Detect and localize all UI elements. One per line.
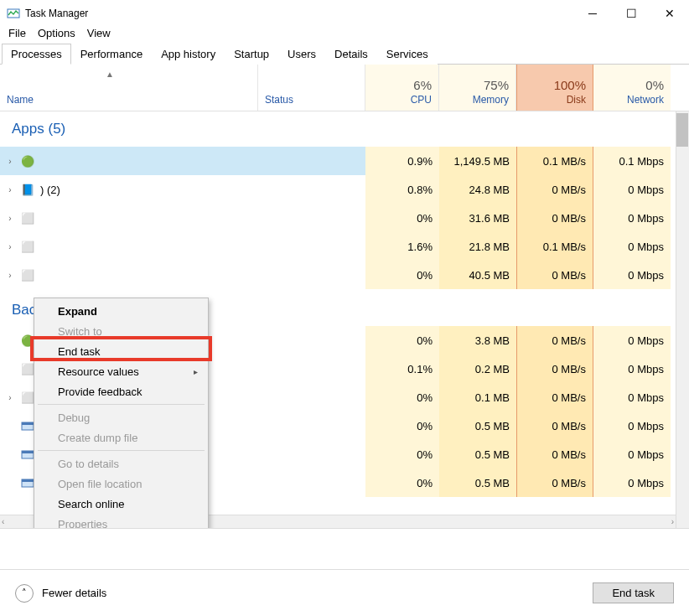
expand-icon[interactable]: › bbox=[5, 393, 15, 402]
process-name: ) (2) bbox=[40, 184, 60, 196]
fewer-details-button[interactable]: ˄ Fewer details bbox=[15, 584, 106, 603]
network-percent: 0% bbox=[645, 78, 664, 92]
status-cell bbox=[258, 147, 365, 175]
expand-icon[interactable]: › bbox=[5, 242, 15, 251]
status-cell bbox=[258, 261, 365, 289]
cpu-cell: 1.6% bbox=[365, 232, 439, 261]
network-label: Network bbox=[627, 94, 664, 106]
table-row[interactable]: ›⬜ 0% 40.5 MB 0 MB/s 0 Mbps bbox=[0, 261, 676, 289]
minimize-button[interactable]: ─ bbox=[573, 0, 612, 27]
net-cell: 0 Mbps bbox=[593, 383, 671, 412]
ctx-provide-feedback[interactable]: Provide feedback bbox=[36, 381, 206, 401]
tab-performance[interactable]: Performance bbox=[71, 44, 152, 65]
status-cell bbox=[258, 355, 365, 383]
expand-icon[interactable]: › bbox=[5, 185, 15, 194]
chevron-up-icon: ˄ bbox=[15, 584, 34, 603]
net-cell: 0 Mbps bbox=[593, 355, 671, 383]
ctx-go-to-details: Go to details bbox=[36, 453, 206, 474]
close-button[interactable]: ✕ bbox=[650, 0, 689, 27]
col-name[interactable]: Name bbox=[0, 65, 258, 111]
scroll-thumb[interactable] bbox=[676, 113, 688, 147]
ctx-create-dump: Create dump file bbox=[36, 427, 206, 448]
col-memory[interactable]: 75% Memory bbox=[439, 65, 516, 111]
mem-cell: 31.6 MB bbox=[439, 204, 516, 232]
disk-cell: 0 MB/s bbox=[516, 383, 593, 412]
mem-cell: 0.5 MB bbox=[439, 468, 516, 497]
cpu-cell: 0% bbox=[365, 261, 439, 289]
net-cell: 0 Mbps bbox=[593, 412, 671, 440]
ctx-switch-to: Switch to bbox=[36, 321, 206, 341]
ctx-debug: Debug bbox=[36, 407, 206, 427]
status-cell bbox=[258, 232, 365, 261]
net-cell: 0 Mbps bbox=[593, 175, 671, 204]
tab-app-history[interactable]: App history bbox=[152, 44, 225, 65]
expand-icon[interactable]: › bbox=[5, 157, 15, 166]
svg-rect-2 bbox=[22, 422, 34, 425]
mem-cell: 40.5 MB bbox=[439, 261, 516, 289]
tab-users[interactable]: Users bbox=[278, 44, 325, 65]
footer: ˄ Fewer details End task bbox=[0, 569, 689, 616]
ctx-resource-values[interactable]: Resource values▸ bbox=[36, 361, 206, 381]
svg-rect-4 bbox=[22, 451, 34, 453]
window-title: Task Manager bbox=[25, 8, 573, 19]
cpu-percent: 6% bbox=[413, 78, 432, 92]
mem-cell: 0.1 MB bbox=[439, 383, 516, 412]
disk-cell: 0.1 MB/s bbox=[516, 147, 593, 175]
disk-label: Disk bbox=[567, 94, 586, 106]
disk-cell: 0.1 MB/s bbox=[516, 232, 593, 261]
menu-file[interactable]: File bbox=[8, 27, 26, 39]
net-cell: 0 Mbps bbox=[593, 440, 671, 468]
col-network[interactable]: 0% Network bbox=[593, 65, 671, 111]
menu-view[interactable]: View bbox=[87, 27, 111, 39]
mem-cell: 21.8 MB bbox=[439, 232, 516, 261]
cpu-cell: 0.1% bbox=[365, 355, 439, 383]
disk-cell: 0 MB/s bbox=[516, 204, 593, 232]
titlebar: Task Manager ─ ☐ ✕ bbox=[0, 0, 689, 27]
table-row[interactable]: ›🟢 0.9% 1,149.5 MB 0.1 MB/s 0.1 Mbps bbox=[0, 147, 676, 175]
tab-startup[interactable]: Startup bbox=[225, 44, 278, 65]
disk-cell: 0 MB/s bbox=[516, 326, 593, 355]
table-row[interactable]: ›📘) (2) 0.8% 24.8 MB 0 MB/s 0 Mbps bbox=[0, 175, 676, 204]
ctx-properties: Properties bbox=[36, 514, 206, 529]
disk-cell: 0 MB/s bbox=[516, 175, 593, 204]
cpu-cell: 0% bbox=[365, 204, 439, 232]
tab-details[interactable]: Details bbox=[325, 44, 377, 65]
maximize-button[interactable]: ☐ bbox=[612, 0, 650, 27]
column-headers: ▲ Name Status 6% CPU 75% Memory 100% Dis… bbox=[0, 65, 689, 111]
status-cell bbox=[258, 468, 365, 497]
ctx-end-task[interactable]: End task bbox=[36, 341, 206, 361]
table-row[interactable]: ›⬜ 1.6% 21.8 MB 0.1 MB/s 0 Mbps bbox=[0, 232, 676, 261]
process-list: Apps (5) ›🟢 0.9% 1,149.5 MB 0.1 MB/s 0.1… bbox=[0, 111, 689, 529]
ctx-separator bbox=[38, 450, 205, 451]
memory-percent: 75% bbox=[484, 78, 509, 92]
expand-icon bbox=[5, 479, 15, 488]
ctx-search-online[interactable]: Search online bbox=[36, 494, 206, 514]
status-cell bbox=[258, 383, 365, 412]
col-cpu[interactable]: 6% CPU bbox=[365, 65, 439, 111]
col-status[interactable]: Status bbox=[258, 65, 365, 111]
cpu-cell: 0% bbox=[365, 326, 439, 355]
disk-percent: 100% bbox=[554, 78, 586, 92]
group-apps[interactable]: Apps (5) bbox=[0, 111, 676, 147]
disk-cell: 0 MB/s bbox=[516, 440, 593, 468]
vertical-scrollbar[interactable] bbox=[676, 111, 689, 528]
ctx-separator bbox=[38, 404, 205, 405]
expand-icon[interactable]: › bbox=[5, 271, 15, 280]
fewer-details-label: Fewer details bbox=[42, 587, 106, 599]
tab-processes[interactable]: Processes bbox=[2, 44, 71, 65]
col-disk[interactable]: 100% Disk bbox=[516, 65, 593, 111]
disk-cell: 0 MB/s bbox=[516, 468, 593, 497]
end-task-button[interactable]: End task bbox=[593, 582, 674, 603]
app-icon: ⬜ bbox=[20, 269, 35, 282]
menu-options[interactable]: Options bbox=[38, 27, 75, 39]
table-row[interactable]: ›⬜ 0% 31.6 MB 0 MB/s 0 Mbps bbox=[0, 204, 676, 232]
mem-cell: 0.5 MB bbox=[439, 412, 516, 440]
expand-icon[interactable]: › bbox=[5, 214, 15, 223]
ctx-open-file-location: Open file location bbox=[36, 474, 206, 494]
col-name-label: Name bbox=[7, 94, 251, 106]
tab-services[interactable]: Services bbox=[377, 44, 438, 65]
disk-cell: 0 MB/s bbox=[516, 412, 593, 440]
net-cell: 0 Mbps bbox=[593, 468, 671, 497]
ctx-expand[interactable]: Expand bbox=[36, 301, 206, 321]
cpu-cell: 0.9% bbox=[365, 147, 439, 175]
